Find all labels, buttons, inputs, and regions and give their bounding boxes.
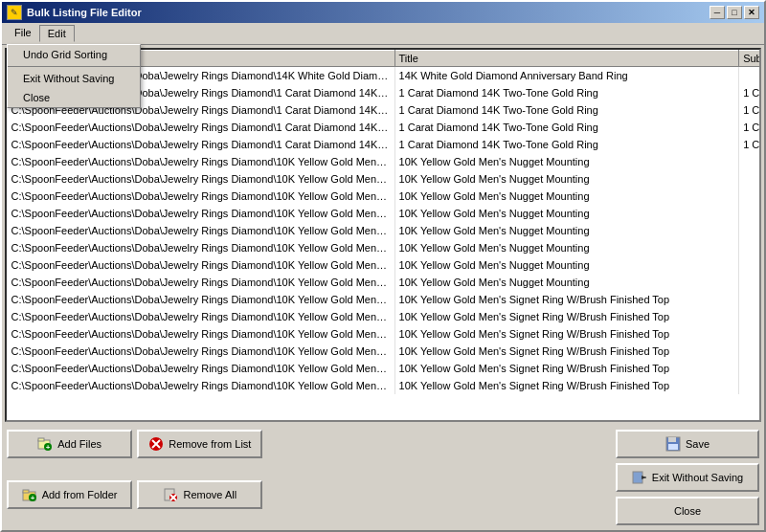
menu-edit[interactable]: Edit <box>39 25 75 42</box>
table-row[interactable]: C:\SpoonFeeder\Auctions\Doba\Jewelry Rin… <box>8 188 760 205</box>
add-from-folder-icon: + <box>22 487 37 502</box>
bottom-bar: + Add Files Remove <box>2 425 764 530</box>
table-row[interactable]: C:\SpoonFeeder\Auctions\Doba\Jewelry Rin… <box>8 205 760 222</box>
bottom-left-buttons: + Add Files Remove <box>7 430 262 525</box>
cell-subtitle <box>739 274 759 291</box>
cell-title: 14K White Gold Diamond Anniversary Band … <box>394 67 739 84</box>
cell-title: 10K Yellow Gold Men's Signet Ring W/Brus… <box>394 343 739 360</box>
add-from-folder-label: Add from Folder <box>42 489 118 500</box>
cell-file: C:\SpoonFeeder\Auctions\Doba\Jewelry Rin… <box>8 291 395 308</box>
edit-dropdown-menu: Undo Grid Sorting Exit Without Saving Cl… <box>7 44 141 108</box>
cell-file: C:\SpoonFeeder\Auctions\Doba\Jewelry Rin… <box>8 343 395 360</box>
cell-title: 10K Yellow Gold Men's Nugget Mounting <box>394 153 739 170</box>
cell-file: C:\SpoonFeeder\Auctions\Doba\Jewelry Rin… <box>8 153 395 170</box>
save-icon <box>665 436 681 452</box>
remove-from-list-label: Remove from List <box>169 438 251 450</box>
cell-subtitle <box>739 222 759 239</box>
close-window-button[interactable]: ✕ <box>744 6 759 19</box>
app-icon: ✎ <box>7 5 22 20</box>
col-header-title: Title <box>394 51 739 67</box>
table-row[interactable]: C:\SpoonFeeder\Auctions\Doba\Jewelry Rin… <box>8 274 760 291</box>
cell-subtitle <box>739 343 759 360</box>
svg-rect-18 <box>633 472 642 483</box>
menu-bar: File Edit Undo Grid Sorting Exit Without… <box>2 23 764 45</box>
menu-separator <box>8 66 140 67</box>
svg-rect-16 <box>668 437 676 442</box>
save-button[interactable]: Save <box>616 430 759 458</box>
cell-subtitle <box>739 205 759 222</box>
cell-title: 1 Carat Diamond 14K Two-Tone Gold Ring <box>394 119 739 136</box>
add-from-folder-button[interactable]: + Add from Folder <box>7 480 132 509</box>
table-row[interactable]: C:\SpoonFeeder\Auctions\Doba\Jewelry Rin… <box>8 308 760 325</box>
cell-subtitle <box>739 256 759 274</box>
cell-title: 1 Carat Diamond 14K Two-Tone Gold Ring <box>394 101 739 119</box>
svg-rect-8 <box>23 490 29 493</box>
cell-file: C:\SpoonFeeder\Auctions\Doba\Jewelry Rin… <box>8 325 395 343</box>
menu-exit-no-save[interactable]: Exit Without Saving <box>8 69 140 88</box>
cell-file: C:\SpoonFeeder\Auctions\Doba\Jewelry Rin… <box>8 170 395 188</box>
cell-subtitle: 1 Carat Diamo <box>739 136 759 153</box>
content-area: Title Subtitle C:\SpoonFeeder\Auctions\D… <box>2 45 764 530</box>
table-row[interactable]: C:\SpoonFeeder\Auctions\Doba\Jewelry Rin… <box>8 343 760 360</box>
title-buttons: ─ □ ✕ <box>710 6 759 19</box>
bottom-right-buttons: Save Exit Without Saving Close <box>616 430 759 525</box>
cell-file: C:\SpoonFeeder\Auctions\Doba\Jewelry Rin… <box>8 377 395 394</box>
cell-subtitle <box>739 377 759 394</box>
table-body: C:\SpoonFeeder\Auctions\Doba\Jewelry Rin… <box>8 67 760 394</box>
cell-subtitle <box>739 153 759 170</box>
svg-rect-1 <box>38 438 44 441</box>
cell-file: C:\SpoonFeeder\Auctions\Doba\Jewelry Rin… <box>8 205 395 222</box>
remove-from-list-button[interactable]: Remove from List <box>137 430 262 458</box>
cell-subtitle <box>739 67 759 84</box>
cell-file: C:\SpoonFeeder\Auctions\Doba\Jewelry Rin… <box>8 188 395 205</box>
cell-subtitle: 1 Carat Diamo <box>739 119 759 136</box>
cell-file: C:\SpoonFeeder\Auctions\Doba\Jewelry Rin… <box>8 256 395 274</box>
cell-subtitle <box>739 291 759 308</box>
title-bar: ✎ Bulk Listing File Editor ─ □ ✕ <box>2 2 764 23</box>
add-files-label: Add Files <box>57 438 101 450</box>
table-row[interactable]: C:\SpoonFeeder\Auctions\Doba\Jewelry Rin… <box>8 153 760 170</box>
table-row[interactable]: C:\SpoonFeeder\Auctions\Doba\Jewelry Rin… <box>8 222 760 239</box>
cell-title: 10K Yellow Gold Men's Nugget Mounting <box>394 239 739 256</box>
table-row[interactable]: C:\SpoonFeeder\Auctions\Doba\Jewelry Rin… <box>8 377 760 394</box>
add-files-button[interactable]: + Add Files <box>7 430 132 458</box>
remove-all-icon <box>163 487 178 502</box>
table-row[interactable]: C:\SpoonFeeder\Auctions\Doba\Jewelry Rin… <box>8 360 760 377</box>
table-row[interactable]: C:\SpoonFeeder\Auctions\Doba\Jewelry Rin… <box>8 325 760 343</box>
cell-file: C:\SpoonFeeder\Auctions\Doba\Jewelry Rin… <box>8 239 395 256</box>
cell-title: 10K Yellow Gold Men's Nugget Mounting <box>394 205 739 222</box>
cell-title: 10K Yellow Gold Men's Nugget Mounting <box>394 274 739 291</box>
add-files-icon: + <box>37 436 53 452</box>
cell-file: C:\SpoonFeeder\Auctions\Doba\Jewelry Rin… <box>8 360 395 377</box>
title-bar-left: ✎ Bulk Listing File Editor <box>7 5 142 20</box>
svg-text:+: + <box>46 443 51 452</box>
table-row[interactable]: C:\SpoonFeeder\Auctions\Doba\Jewelry Rin… <box>8 136 760 153</box>
menu-close[interactable]: Close <box>8 88 140 107</box>
exit-icon <box>632 470 647 485</box>
cell-title: 10K Yellow Gold Men's Signet Ring W/Brus… <box>394 360 739 377</box>
minimize-button[interactable]: ─ <box>710 6 725 19</box>
maximize-button[interactable]: □ <box>727 6 742 19</box>
remove-all-button[interactable]: Remove All <box>137 480 262 509</box>
cell-title: 10K Yellow Gold Men's Signet Ring W/Brus… <box>394 291 739 308</box>
window-title: Bulk Listing File Editor <box>27 7 142 18</box>
table-row[interactable]: C:\SpoonFeeder\Auctions\Doba\Jewelry Rin… <box>8 119 760 136</box>
table-row[interactable]: C:\SpoonFeeder\Auctions\Doba\Jewelry Rin… <box>8 256 760 274</box>
cell-file: C:\SpoonFeeder\Auctions\Doba\Jewelry Rin… <box>8 119 395 136</box>
cell-subtitle <box>739 170 759 188</box>
table-row[interactable]: C:\SpoonFeeder\Auctions\Doba\Jewelry Rin… <box>8 239 760 256</box>
menu-undo-sort[interactable]: Undo Grid Sorting <box>8 45 140 64</box>
cell-title: 10K Yellow Gold Men's Signet Ring W/Brus… <box>394 377 739 394</box>
close-button[interactable]: Close <box>616 497 759 525</box>
exit-without-saving-button[interactable]: Exit Without Saving <box>616 463 759 492</box>
table-row[interactable]: C:\SpoonFeeder\Auctions\Doba\Jewelry Rin… <box>8 291 760 308</box>
cell-file: C:\SpoonFeeder\Auctions\Doba\Jewelry Rin… <box>8 222 395 239</box>
cell-file: C:\SpoonFeeder\Auctions\Doba\Jewelry Rin… <box>8 274 395 291</box>
cell-title: 10K Yellow Gold Men's Nugget Mounting <box>394 170 739 188</box>
cell-title: 10K Yellow Gold Men's Nugget Mounting <box>394 222 739 239</box>
table-row[interactable]: C:\SpoonFeeder\Auctions\Doba\Jewelry Rin… <box>8 170 760 188</box>
cell-subtitle <box>739 308 759 325</box>
close-label: Close <box>674 505 701 517</box>
col-header-subtitle: Subtitle <box>739 51 759 67</box>
menu-file[interactable]: File <box>7 25 39 42</box>
